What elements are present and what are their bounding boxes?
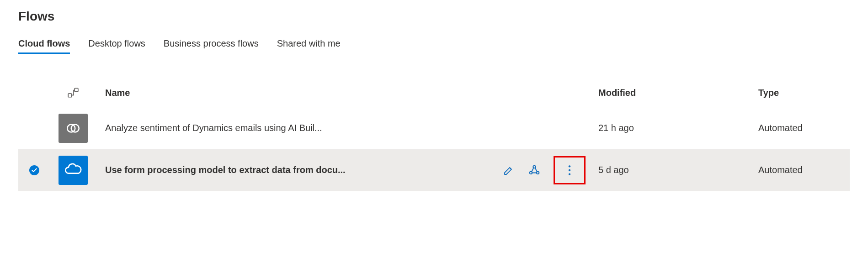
tab-business-process-flows[interactable]: Business process flows [164,35,259,54]
more-actions-highlight [554,156,586,184]
svg-point-7 [569,165,570,167]
row-select[interactable] [18,165,50,175]
svg-point-8 [569,169,570,171]
share-icon[interactable] [528,164,541,177]
more-actions-icon[interactable] [563,164,576,177]
table-row[interactable]: Analyze sentiment of Dynamics emails usi… [18,107,850,149]
flow-name[interactable]: Analyze sentiment of Dynamics emails usi… [105,123,322,133]
col-name-header[interactable]: Name [105,88,130,98]
onedrive-icon [59,156,88,185]
svg-point-9 [569,173,570,175]
svg-rect-1 [75,88,78,92]
flows-table: Name Modified Type Analyze sentiment of … [18,81,850,191]
edit-icon[interactable] [502,164,515,177]
page-title: Flows [18,9,850,24]
flow-modified: 5 d ago [598,165,629,175]
tab-shared-with-me[interactable]: Shared with me [277,35,341,54]
flow-type: Automated [758,123,803,133]
flow-icon-header [67,87,79,99]
tab-desktop-flows[interactable]: Desktop flows [88,35,145,54]
table-header: Name Modified Type [18,81,850,107]
flow-name[interactable]: Use form processing model to extract dat… [105,165,346,175]
col-type-header[interactable]: Type [758,88,779,98]
check-icon[interactable] [29,165,39,175]
table-row[interactable]: Use form processing model to extract dat… [18,149,850,191]
tabs: Cloud flows Desktop flows Business proce… [18,35,850,54]
svg-rect-0 [68,94,72,97]
flow-type: Automated [758,165,803,175]
dynamics-icon [59,114,88,143]
tab-cloud-flows[interactable]: Cloud flows [18,35,70,54]
flow-modified: 21 h ago [598,123,634,133]
col-modified-header[interactable]: Modified [598,88,636,98]
